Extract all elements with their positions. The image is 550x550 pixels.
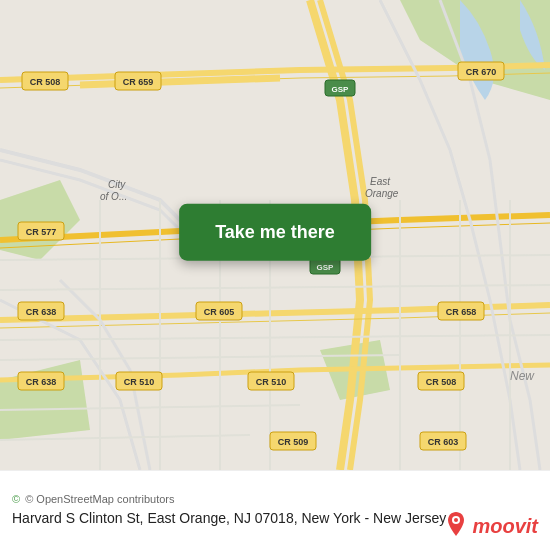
button-overlay: Take me there [179,204,371,261]
svg-text:CR 508: CR 508 [30,77,61,87]
footer: © © OpenStreetMap contributors Harvard S… [0,470,550,550]
svg-text:East: East [370,176,391,187]
svg-text:CR 638: CR 638 [26,307,57,317]
svg-text:CR 508: CR 508 [426,377,457,387]
osm-icon: © [12,493,20,505]
moovit-text: moovit [472,515,538,538]
svg-text:CR 658: CR 658 [446,307,477,317]
moovit-logo: moovit [444,512,538,540]
svg-text:CR 670: CR 670 [466,67,497,77]
svg-text:CR 510: CR 510 [256,377,287,387]
svg-text:CR 605: CR 605 [204,307,235,317]
svg-text:CR 577: CR 577 [26,227,57,237]
svg-text:New: New [510,369,535,383]
osm-credit: © © OpenStreetMap contributors [12,493,538,505]
svg-text:CR 659: CR 659 [123,77,154,87]
map-container: CR 659 CR 508 CR 670 CR 577 CR 638 CR 63… [0,0,550,470]
svg-text:Orange: Orange [365,188,399,199]
moovit-logo-pin-icon [444,512,468,540]
svg-text:CR 638: CR 638 [26,377,57,387]
svg-text:CR 510: CR 510 [124,377,155,387]
svg-text:CR 509: CR 509 [278,437,309,447]
svg-text:City: City [108,179,126,190]
svg-text:of O...: of O... [100,191,127,202]
svg-text:GSP: GSP [332,85,350,94]
svg-point-42 [454,518,458,522]
take-me-there-button[interactable]: Take me there [179,204,371,261]
svg-text:CR 603: CR 603 [428,437,459,447]
svg-text:GSP: GSP [317,263,335,272]
